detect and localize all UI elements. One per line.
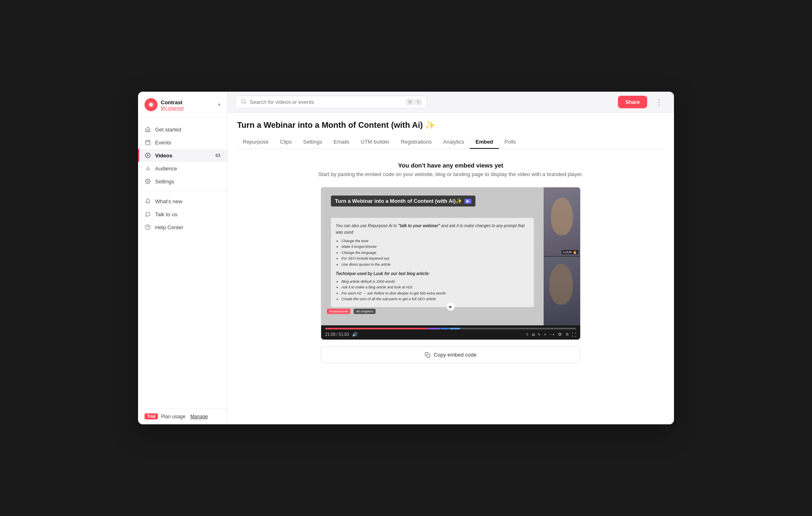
search-shortcut: ⌘ K <box>406 99 422 105</box>
sidebar-header[interactable]: Contrast My channel ▾ <box>138 92 227 118</box>
controls-row: 21:09 / 51:03 🔊 T· ⊞ ✎ ↗ ⋯+ <box>325 332 576 337</box>
bar-chart-icon <box>145 165 151 172</box>
search-input[interactable] <box>250 99 403 105</box>
sidebar-item-videos[interactable]: Videos 63 <box>138 149 227 162</box>
brand-info: Contrast My channel <box>161 99 215 110</box>
video-slide-text: You can also use Repurpose Ai to "talk t… <box>331 218 534 307</box>
tab-embed[interactable]: Embed <box>470 135 499 149</box>
layout-icon[interactable]: ⊞ <box>532 333 535 337</box>
tab-settings[interactable]: Settings <box>298 135 328 149</box>
brand-name: Contrast <box>161 99 215 105</box>
app-logo <box>145 98 158 111</box>
svg-marker-7 <box>147 155 149 157</box>
main-content: ⌘ K Share ⋮ Turn a Webinar into a Month … <box>227 92 674 424</box>
page-title: Turn a Webinar into a Month of Content (… <box>237 120 664 130</box>
tab-utm-builder[interactable]: UTM builder <box>355 135 395 149</box>
page-header: Turn a Webinar into a Month of Content (… <box>227 113 674 149</box>
tab-polls[interactable]: Polls <box>499 135 522 149</box>
cam1-label: LUUK 🔥 <box>561 250 579 254</box>
video-controls: 21:09 / 51:03 🔊 T· ⊞ ✎ ↗ ⋯+ <box>321 325 580 340</box>
home-icon <box>145 126 151 133</box>
sidebar-chevron-icon[interactable]: ▾ <box>218 102 220 108</box>
sidebar-item-label: Talk to us <box>155 211 177 217</box>
calendar-icon <box>145 139 151 146</box>
search-box[interactable]: ⌘ K <box>235 96 427 108</box>
svg-point-12 <box>145 225 150 230</box>
kbd-k: K <box>415 99 422 105</box>
sidebar-item-label: Videos <box>155 153 172 159</box>
videos-badge: 63 <box>216 153 220 158</box>
embed-section: You don't have any embed views yet Start… <box>237 149 664 363</box>
sidebar-item-get-started[interactable]: Get started <box>138 123 227 136</box>
tab-repurpose[interactable]: Repurpose <box>237 135 274 149</box>
progress-bar[interactable] <box>325 328 576 329</box>
tab-analytics[interactable]: Analytics <box>437 135 470 149</box>
sidebar-item-settings[interactable]: Settings <box>138 175 227 188</box>
message-circle-icon <box>145 211 151 217</box>
copy-embed-label: Copy embed code <box>434 352 477 358</box>
play-circle-icon <box>145 152 151 159</box>
video-title-overlay: Turn a Webinar into a Month of Content (… <box>331 196 475 206</box>
trial-badge: Trial <box>145 413 158 419</box>
tab-emails[interactable]: Emails <box>328 135 355 149</box>
share-button[interactable]: Share <box>618 96 647 108</box>
play-button[interactable]: ▶ <box>447 303 455 311</box>
chapters-label: All chapters <box>354 309 376 314</box>
chapter-2 <box>441 328 449 329</box>
more-icon[interactable]: ⋯+ <box>549 333 555 337</box>
more-options-button[interactable]: ⋮ <box>652 96 666 108</box>
progress-fill <box>325 328 428 329</box>
cam-box-1: LUUK 🔥 <box>544 187 580 256</box>
content-area: You don't have any embed views yet Start… <box>227 149 674 424</box>
sidebar-item-label: Get started <box>155 127 181 133</box>
help-circle-icon <box>145 224 151 230</box>
top-bar: ⌘ K Share ⋮ <box>227 92 674 113</box>
pip-icon[interactable]: ⧉ <box>566 332 568 337</box>
annotation-icon[interactable]: ✎ <box>538 333 541 337</box>
volume-icon[interactable]: 🔊 <box>352 332 358 337</box>
brand-channel[interactable]: My channel <box>161 105 215 110</box>
sidebar-item-audience[interactable]: Audience <box>138 162 227 175</box>
svg-point-11 <box>147 181 149 182</box>
search-icon <box>241 99 246 105</box>
control-icons: T· ⊞ ✎ ↗ ⋯+ <box>526 333 555 337</box>
sidebar-nav: Get started Events Videos 63 <box>138 118 227 408</box>
svg-point-1 <box>149 103 153 106</box>
video-screen: Turn a Webinar into a Month of Content (… <box>321 187 580 325</box>
svg-rect-2 <box>146 140 150 145</box>
tab-clips[interactable]: Clips <box>274 135 298 149</box>
nav-divider <box>138 191 227 191</box>
sidebar-item-label: What's new <box>155 198 182 204</box>
svg-line-15 <box>245 103 246 104</box>
sidebar: Contrast My channel ▾ Get started <box>138 92 227 424</box>
video-preview: Turn a Webinar into a Month of Content (… <box>321 187 581 340</box>
sidebar-bottom: Trial Plan usage Manage <box>138 408 227 424</box>
repurpose-label: RepurposeAi <box>327 309 350 314</box>
sidebar-item-events[interactable]: Events <box>138 136 227 149</box>
fullscreen-icon[interactable]: ⛶ <box>572 332 576 337</box>
sidebar-item-whats-new[interactable]: What's new <box>138 195 227 208</box>
chapter-1 <box>428 328 440 329</box>
svg-rect-16 <box>427 354 430 357</box>
tab-registrations[interactable]: Registrations <box>395 135 437 149</box>
kbd-cmd: ⌘ <box>406 99 414 105</box>
embed-empty-subtitle: Start by pasting the embed code on your … <box>318 171 583 177</box>
plan-usage-text: Plan usage <box>161 414 186 419</box>
sidebar-item-label: Help Center <box>155 224 183 230</box>
settings-icon <box>145 178 151 185</box>
video-sidebar-cams: LUUK 🔥 <box>544 187 580 325</box>
transcript-icon[interactable]: T· <box>526 333 529 337</box>
sidebar-item-help-center[interactable]: Help Center <box>138 221 227 234</box>
embed-empty-title: You don't have any embed views yet <box>398 162 503 169</box>
progress-chapters <box>428 328 576 329</box>
share-icon[interactable]: ↗ <box>543 333 546 337</box>
video-main: Turn a Webinar into a Month of Content (… <box>321 187 544 325</box>
settings-ctrl-icon[interactable]: ⚙ <box>558 332 562 337</box>
bell-icon <box>145 198 151 204</box>
sidebar-item-talk-to-us[interactable]: Talk to us <box>138 208 227 221</box>
copy-embed-button[interactable]: Copy embed code <box>321 346 581 363</box>
sidebar-item-label: Events <box>155 140 171 146</box>
sidebar-item-label: Audience <box>155 166 177 172</box>
tab-bar: Repurpose Clips Settings Emails UTM buil… <box>237 135 664 149</box>
manage-link[interactable]: Manage <box>190 414 208 419</box>
